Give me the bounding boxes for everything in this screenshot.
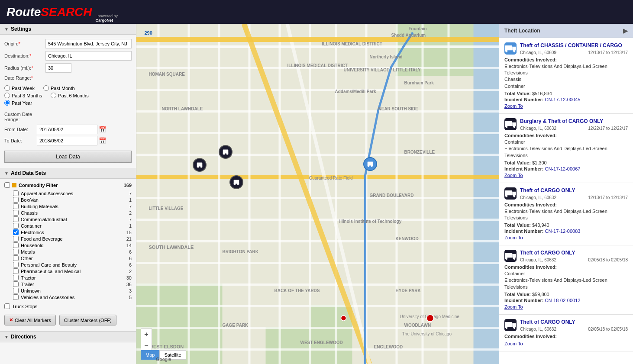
past-week-option[interactable]: Past Week — [4, 85, 35, 91]
past-month-label: Past Month — [51, 86, 75, 91]
past-3-months-label: Past 3 Months — [12, 93, 42, 98]
theft-item-header: Theft of CHASSIS / CONTAINER / CARGO Chi… — [504, 42, 628, 55]
commodity-checkbox-1[interactable] — [13, 197, 19, 203]
commodity-checkbox-6[interactable] — [13, 229, 19, 235]
commodity-checkbox-4[interactable] — [13, 216, 19, 222]
commodity-checkbox-5[interactable] — [13, 223, 19, 229]
commodity-item: Commercial/Industrial 7 — [13, 216, 132, 222]
past-3-months-option[interactable]: Past 3 Months — [4, 93, 42, 98]
panel-collapse-icon[interactable]: ▶ — [623, 27, 628, 34]
theft-commodities: Electronics-Televisions And Displays-Led… — [504, 63, 628, 90]
theft-value: Total Value: $59,800 — [504, 292, 628, 297]
commodity-count: 30 — [121, 275, 132, 280]
clear-x-icon: ✕ — [9, 317, 13, 323]
to-date-input[interactable] — [37, 136, 97, 145]
commodity-count: 15 — [121, 230, 132, 235]
radius-input[interactable] — [45, 63, 71, 73]
theft-item: Theft of CARGO ONLY Chicago, IL, 60632 1… — [499, 183, 633, 245]
theft-title-block: Theft of CARGO ONLY Chicago, IL, 60632 0… — [520, 250, 628, 262]
svg-text:BRIGHTON PARK: BRIGHTON PARK — [223, 249, 259, 254]
destination-row: Destination:* — [4, 51, 132, 61]
zoom-in-button[interactable]: + — [141, 329, 152, 340]
commodity-checkbox-16[interactable] — [13, 294, 19, 300]
from-date-wrap: 📅 — [37, 125, 106, 134]
cluster-markers-button[interactable]: Cluster Markers (OFF) — [59, 315, 116, 325]
map-marker-3[interactable] — [219, 145, 233, 159]
commodity-label: Vehicles and Accessories — [21, 295, 74, 300]
directions-arrow-icon: ▼ — [4, 335, 9, 339]
past-3-months-radio[interactable] — [4, 93, 10, 98]
settings-section-header[interactable]: ▼ Settings — [0, 24, 136, 35]
directions-section-header[interactable]: ▼ Directions — [0, 332, 136, 342]
commodity-label: Trailer — [21, 282, 34, 287]
theft-zoom-link[interactable]: Zoom To — [504, 235, 523, 240]
theft-item-header: Theft of CARGO ONLY Chicago, IL, 60632 1… — [504, 187, 628, 200]
commodity-checkbox-0[interactable] — [13, 190, 19, 196]
theft-zoom-link[interactable]: Zoom To — [504, 173, 523, 178]
date-required: * — [31, 75, 33, 81]
truck-stops-checkbox[interactable] — [4, 303, 10, 309]
commodity-checkbox-13[interactable] — [13, 275, 19, 280]
theft-zoom-link[interactable]: Zoom To — [504, 341, 523, 346]
commodity-checkbox-2[interactable] — [13, 203, 19, 209]
commodity-checkbox-14[interactable] — [13, 281, 19, 287]
svg-point-84 — [368, 166, 369, 167]
commodity-filter-label: Commodity Filter — [19, 183, 58, 188]
past-month-radio[interactable] — [43, 85, 49, 91]
svg-text:KENWOOD: KENWOOD — [396, 236, 419, 241]
svg-text:ENGLEWOOD: ENGLEWOOD — [374, 345, 403, 349]
from-date-input[interactable] — [37, 125, 97, 134]
theft-date: 12/13/17 to 12/13/17 — [588, 50, 628, 55]
svg-rect-31 — [448, 24, 450, 364]
from-date-calendar-icon[interactable]: 📅 — [99, 126, 106, 133]
commodity-item: Container 1 — [13, 223, 132, 229]
commodity-filter-checkbox[interactable] — [4, 182, 10, 188]
commodity-checkbox-10[interactable] — [13, 255, 19, 261]
past-month-option[interactable]: Past Month — [43, 85, 75, 91]
commodity-checkbox-15[interactable] — [13, 288, 19, 293]
theft-zoom-link[interactable]: Zoom To — [504, 304, 523, 309]
datasets-section-header[interactable]: ▼ Add Data Sets — [0, 168, 136, 179]
destination-input[interactable] — [45, 51, 132, 61]
commodity-count: 7 — [121, 191, 132, 196]
custom-date-label: Custom Date Range: — [4, 112, 45, 122]
origin-input[interactable] — [45, 39, 132, 48]
past-year-option[interactable]: Past Year — [4, 100, 32, 106]
commodity-checkbox-3[interactable] — [13, 210, 19, 216]
svg-text:SOUTH LAWNDALE: SOUTH LAWNDALE — [149, 245, 194, 250]
commodity-checkbox-9[interactable] — [13, 249, 19, 254]
svg-rect-10 — [136, 132, 499, 134]
past-week-radio[interactable] — [4, 85, 10, 91]
svg-rect-23 — [218, 24, 220, 364]
map-area[interactable]: 290 HOMAN SQUARE NORTH LAWNDALE LITTLE V… — [136, 24, 499, 364]
svg-rect-19 — [136, 327, 499, 329]
past-year-radio[interactable] — [4, 100, 10, 106]
theft-icon — [504, 250, 517, 262]
svg-point-69 — [197, 167, 199, 168]
to-date-row: To Date: 📅 — [4, 136, 132, 145]
theft-value: Total Value: $1,300 — [504, 160, 628, 165]
truck-stops-row: Truck Stops — [4, 303, 132, 309]
commodity-checkbox-11[interactable] — [13, 262, 19, 267]
commodity-checkbox-8[interactable] — [13, 242, 19, 248]
zoom-out-button[interactable]: − — [141, 340, 152, 351]
map-marker-2[interactable] — [229, 175, 243, 189]
commodity-checkbox-12[interactable] — [13, 268, 19, 274]
theft-title-block: Theft of CARGO ONLY Chicago, IL, 60632 0… — [520, 319, 628, 332]
past-6-months-radio[interactable] — [51, 93, 56, 98]
commodity-item: Unknown 3 — [13, 288, 132, 293]
clear-markers-button[interactable]: ✕ Clear All Markers — [4, 315, 56, 325]
map-marker-1[interactable] — [193, 158, 207, 172]
commodity-checkbox-7[interactable] — [13, 236, 19, 242]
origin-label: Origin:* — [4, 41, 45, 46]
svg-point-108 — [506, 258, 507, 260]
load-data-button[interactable]: Load Data — [4, 151, 132, 163]
commodity-count: 2 — [121, 269, 132, 274]
theft-zoom-link[interactable]: Zoom To — [504, 103, 523, 109]
past-6-months-option[interactable]: Past 6 Months — [51, 93, 88, 98]
svg-point-64 — [427, 315, 434, 322]
theft-location-date: Chicago, IL, 60632 02/05/18 to 02/05/18 — [520, 258, 628, 262]
truck-stops-label: Truck Stops — [12, 304, 37, 309]
to-date-calendar-icon[interactable]: 📅 — [99, 137, 106, 144]
map-marker-4[interactable] — [363, 157, 377, 171]
